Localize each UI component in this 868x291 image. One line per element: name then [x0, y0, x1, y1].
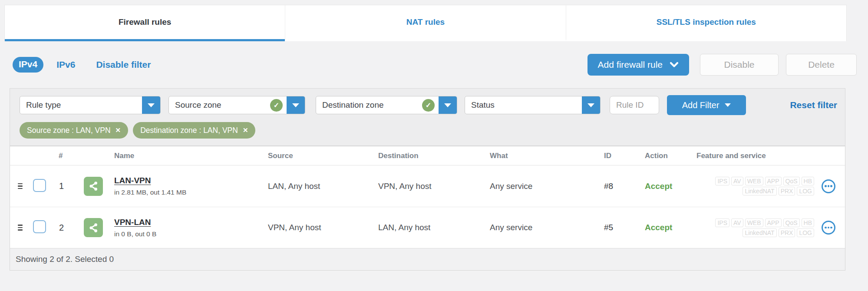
rule-name-link[interactable]: LAN-VPN: [114, 176, 151, 185]
feature-badge: LOG: [797, 228, 814, 237]
column-header-name: Name: [114, 152, 268, 160]
rule-source: LAN, Any host: [268, 182, 378, 191]
check-circle-icon: ✓: [270, 99, 283, 112]
rule-type-dropdown[interactable]: Rule type: [20, 96, 161, 114]
drag-handle-icon[interactable]: [10, 183, 26, 189]
column-header-what: What: [490, 152, 604, 160]
feature-badges: IPS AV WEB APP QoS HB LinkedNAT PRX LOG: [715, 177, 814, 195]
ipv6-toggle[interactable]: IPv6: [56, 60, 75, 70]
feature-badge: LOG: [797, 187, 814, 195]
feature-badge: APP: [765, 177, 782, 185]
table-row: 2 VPN-LAN in 0 B, out 0 B VPN, Any host …: [10, 207, 845, 248]
firewall-rules-table: # Name Source Destination What ID Action…: [10, 146, 845, 271]
feature-badge: AV: [731, 177, 743, 185]
rule-name-link[interactable]: VPN-LAN: [114, 218, 151, 227]
remove-tag-icon[interactable]: ✕: [243, 126, 248, 134]
status-dropdown-label: Status: [465, 100, 582, 110]
disable-filter-link[interactable]: Disable filter: [96, 60, 151, 70]
feature-badge: LinkedNAT: [743, 228, 776, 237]
rule-what: Any service: [490, 182, 604, 191]
tab-ssl-tls-inspection-rules-label: SSL/TLS inspection rules: [657, 17, 756, 27]
rule-traffic-stats: in 0 B, out 0 B: [114, 230, 268, 238]
rule-action: Accept: [645, 182, 696, 191]
column-header-id: ID: [604, 152, 645, 160]
row-checkbox[interactable]: [33, 220, 46, 233]
row-more-actions-icon[interactable]: [822, 221, 835, 235]
filter-tag-source-zone: Source zone : LAN, VPN ✕: [20, 122, 128, 139]
feature-badge: IPS: [715, 177, 729, 185]
filter-tag-label: Source zone : LAN, VPN: [27, 126, 111, 135]
destination-zone-dropdown-button[interactable]: [439, 96, 457, 114]
rule-share-icon[interactable]: [84, 218, 103, 237]
add-firewall-rule-label: Add firewall rule: [598, 60, 663, 70]
disable-button[interactable]: Disable: [700, 54, 779, 76]
tab-firewall-rules-label: Firewall rules: [119, 17, 171, 27]
row-number: 2: [45, 223, 84, 233]
rule-id: #5: [604, 223, 645, 232]
column-header-feature-and-service: Feature and service: [696, 152, 845, 160]
feature-badge: APP: [765, 218, 782, 227]
add-firewall-rule-button[interactable]: Add firewall rule: [587, 54, 689, 76]
filter-tag-label: Destination zone : LAN, VPN: [140, 126, 238, 135]
drag-handle-icon[interactable]: [10, 225, 26, 231]
rule-action: Accept: [645, 223, 696, 232]
column-header-action: Action: [645, 152, 696, 160]
column-header-number: #: [45, 152, 84, 160]
filter-tag-destination-zone: Destination zone : LAN, VPN ✕: [133, 122, 255, 139]
active-filter-tags: Source zone : LAN, VPN ✕ Destination zon…: [20, 122, 839, 139]
reset-filter-link[interactable]: Reset filter: [790, 100, 837, 110]
add-filter-label: Add Filter: [682, 100, 719, 110]
status-dropdown-button[interactable]: [582, 96, 600, 114]
rule-what: Any service: [490, 223, 604, 232]
rule-destination: VPN, Any host: [378, 182, 490, 191]
column-header-source: Source: [268, 152, 378, 160]
rule-type-dropdown-button[interactable]: [142, 96, 160, 114]
caret-down-icon: [587, 103, 594, 107]
destination-zone-dropdown-label: Destination zone: [316, 100, 422, 110]
toolbar: IPv4 IPv6 Disable filter Add firewall ru…: [13, 41, 857, 88]
source-zone-dropdown-label: Source zone: [169, 100, 270, 110]
feature-badges: IPS AV WEB APP QoS HB LinkedNAT PRX LOG: [715, 218, 814, 237]
showing-status-text: Showing 2 of 2. Selected 0: [16, 255, 114, 264]
row-number: 1: [45, 181, 84, 191]
caret-down-icon: [292, 103, 299, 107]
source-zone-dropdown-button[interactable]: [287, 96, 305, 114]
add-filter-button[interactable]: Add Filter: [667, 95, 746, 115]
feature-badge: HB: [802, 218, 814, 227]
rule-destination: LAN, Any host: [378, 223, 490, 232]
row-more-actions-icon[interactable]: [822, 179, 835, 193]
feature-badge: AV: [731, 218, 743, 227]
feature-badge: IPS: [715, 218, 729, 227]
feature-badge: PRX: [779, 228, 795, 237]
tab-firewall-rules[interactable]: Firewall rules: [5, 5, 285, 41]
chevron-down-icon: [670, 62, 679, 68]
status-dropdown[interactable]: Status: [465, 96, 601, 114]
rule-id-input[interactable]: [610, 96, 659, 114]
table-row: 1 LAN-VPN in 2.81 MB, out 1.41 MB LAN, A…: [10, 165, 845, 207]
tab-nat-rules-label: NAT rules: [406, 17, 445, 27]
caret-down-icon: [148, 103, 155, 107]
feature-badge: QoS: [783, 177, 800, 185]
feature-badge: WEB: [745, 177, 763, 185]
caret-down-icon: [444, 103, 451, 107]
destination-zone-dropdown[interactable]: Destination zone ✓: [316, 96, 457, 114]
feature-badge: WEB: [745, 218, 763, 227]
remove-tag-icon[interactable]: ✕: [116, 126, 121, 134]
filter-row: Rule type Source zone ✓ Destination zone…: [20, 95, 839, 115]
delete-button[interactable]: Delete: [786, 54, 857, 76]
feature-badge: QoS: [783, 218, 800, 227]
tab-nat-rules[interactable]: NAT rules: [285, 5, 565, 41]
column-header-destination: Destination: [378, 152, 490, 160]
feature-badge: HB: [802, 177, 814, 185]
feature-and-service-cell: IPS AV WEB APP QoS HB LinkedNAT PRX LOG: [696, 218, 845, 237]
feature-badge: LinkedNAT: [743, 187, 776, 195]
source-zone-dropdown[interactable]: Source zone ✓: [168, 96, 305, 114]
tab-ssl-tls-inspection-rules[interactable]: SSL/TLS inspection rules: [566, 5, 846, 41]
row-checkbox[interactable]: [33, 179, 46, 192]
rule-share-icon[interactable]: [84, 177, 103, 196]
rule-source: VPN, Any host: [268, 223, 378, 232]
rule-id: #8: [604, 182, 645, 191]
ipv4-toggle[interactable]: IPv4: [13, 57, 43, 73]
tab-bar: Firewall rules NAT rules SSL/TLS inspect…: [4, 5, 847, 41]
caret-down-icon: [725, 103, 731, 107]
